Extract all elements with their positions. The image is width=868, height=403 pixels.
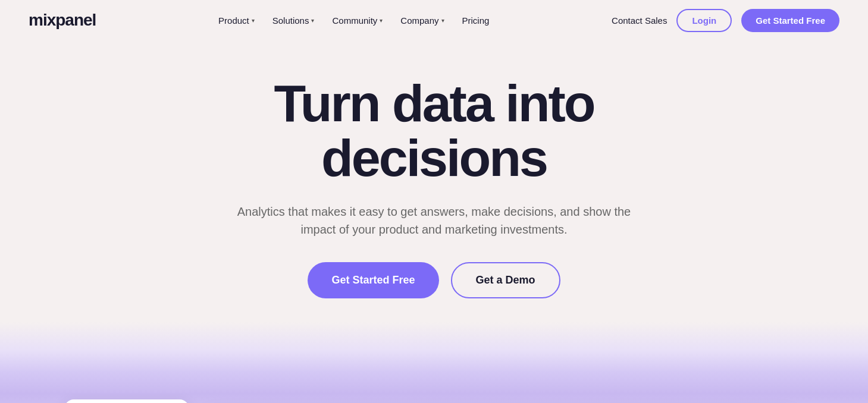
hero-section: Turn data into decisions Analytics that …	[0, 40, 868, 298]
chevron-down-icon: ▾	[441, 17, 444, 24]
dashboard-area: Overall 56.69% < 1 Week Watermark analys…	[0, 393, 868, 403]
nav-links: Product ▾ Solutions ▾ Community ▾ Compan…	[211, 11, 496, 30]
nav-company[interactable]: Company ▾	[393, 11, 451, 30]
chevron-down-icon: ▾	[380, 17, 383, 24]
nav-solutions[interactable]: Solutions ▾	[265, 11, 322, 30]
chevron-down-icon: ▾	[252, 17, 255, 24]
navbar: mixpanel Product ▾ Solutions ▾ Community…	[0, 0, 868, 40]
small-metric-card: Overall 56.69% < 1 Week Watermark analys…	[64, 399, 189, 403]
hero-get-started-button[interactable]: Get Started Free	[308, 262, 438, 298]
nav-right: Contact Sales Login Get Started Free	[612, 9, 839, 32]
get-started-nav-button[interactable]: Get Started Free	[741, 9, 839, 32]
hero-headline: Turn data into decisions	[167, 76, 702, 186]
contact-sales-link[interactable]: Contact Sales	[612, 15, 667, 26]
chevron-down-icon: ▾	[311, 17, 314, 24]
gradient-band	[0, 322, 868, 393]
login-button[interactable]: Login	[676, 9, 732, 32]
logo[interactable]: mixpanel	[29, 11, 96, 30]
hero-get-demo-button[interactable]: Get a Demo	[451, 262, 560, 298]
hero-buttons: Get Started Free Get a Demo	[308, 262, 560, 298]
nav-pricing[interactable]: Pricing	[455, 11, 497, 30]
hero-subtext: Analytics that makes it easy to get answ…	[232, 203, 637, 238]
nav-community[interactable]: Community ▾	[325, 11, 390, 30]
nav-product[interactable]: Product ▾	[211, 11, 262, 30]
